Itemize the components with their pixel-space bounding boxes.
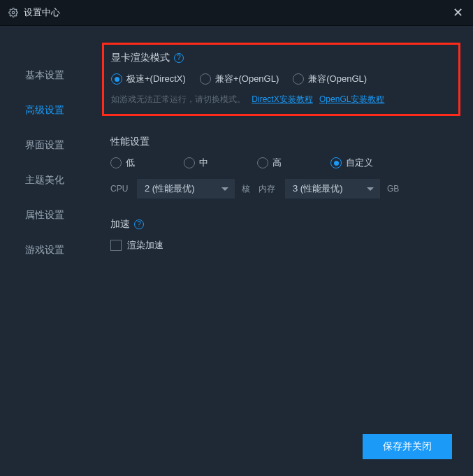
radio-circle-icon (293, 73, 304, 85)
radio-perf-low[interactable]: 低 (110, 157, 184, 169)
chevron-down-icon (221, 187, 228, 191)
sidebar-item-property[interactable]: 属性设置 (0, 198, 98, 233)
sidebar-item-theme[interactable]: 主题美化 (0, 163, 98, 198)
radio-label: 中 (199, 157, 208, 169)
radio-perf-mid[interactable]: 中 (184, 157, 257, 169)
sidebar: 基本设置 高级设置 界面设置 主题美化 属性设置 游戏设置 (0, 26, 98, 476)
chevron-down-icon (367, 187, 374, 191)
radio-label: 高 (272, 157, 282, 169)
render-mode-hint: 如游戏无法正常运行，请切换模式。 (111, 94, 245, 104)
mem-value: 3 (性能最优) (293, 182, 343, 195)
accel-section: 加速 ? 渲染加速 (110, 218, 452, 252)
radio-circle-icon (110, 157, 122, 168)
svg-point-0 (12, 11, 15, 14)
close-button[interactable]: ✕ (451, 5, 465, 20)
sidebar-item-label: 基本设置 (25, 69, 64, 82)
render-mode-title: 显卡渲染模式 (111, 52, 170, 64)
cpu-select[interactable]: 2 (性能最优) (137, 179, 235, 199)
radio-circle-icon (330, 157, 342, 168)
sidebar-item-label: 游戏设置 (25, 244, 64, 257)
radio-circle-icon (111, 73, 122, 85)
mem-select[interactable]: 3 (性能最优) (285, 179, 380, 199)
gear-icon (8, 8, 18, 17)
sidebar-item-basic[interactable]: 基本设置 (0, 58, 98, 93)
radio-circle-icon (184, 157, 195, 168)
radio-label: 自定义 (346, 157, 373, 169)
content-panel: 显卡渲染模式 ? 极速+(DirectX) 兼容+(OpenGL) 兼容(Ope… (98, 26, 473, 476)
help-icon[interactable]: ? (134, 219, 144, 229)
cores-label: 核 (242, 183, 252, 195)
radio-opengl-plus[interactable]: 兼容+(OpenGL) (200, 73, 279, 85)
window-title: 设置中心 (24, 6, 60, 19)
cpu-label: CPU (110, 184, 130, 194)
gb-label: GB (387, 184, 400, 194)
sidebar-item-label: 界面设置 (25, 139, 64, 152)
performance-section: 性能设置 低 中 高 自定义 (110, 136, 452, 199)
sidebar-item-game[interactable]: 游戏设置 (0, 233, 98, 268)
radio-circle-icon (200, 73, 211, 85)
radio-perf-custom[interactable]: 自定义 (330, 157, 404, 169)
sidebar-item-advanced[interactable]: 高级设置 (0, 93, 98, 128)
sidebar-item-label: 高级设置 (25, 104, 64, 117)
help-icon[interactable]: ? (174, 53, 184, 63)
render-accel-label: 渲染加速 (127, 239, 163, 252)
accel-title: 加速 (110, 218, 130, 231)
radio-label: 低 (126, 157, 135, 169)
sidebar-item-label: 主题美化 (25, 174, 64, 187)
performance-title: 性能设置 (110, 136, 150, 148)
mem-label: 内存 (259, 183, 278, 195)
save-close-button[interactable]: 保存并关闭 (363, 434, 452, 459)
titlebar: 设置中心 ✕ (0, 0, 473, 25)
radio-label: 兼容(OpenGL) (308, 73, 367, 85)
radio-opengl[interactable]: 兼容(OpenGL) (293, 73, 367, 85)
sidebar-item-interface[interactable]: 界面设置 (0, 128, 98, 163)
radio-perf-high[interactable]: 高 (257, 157, 330, 169)
render-mode-section: 显卡渲染模式 ? 极速+(DirectX) 兼容+(OpenGL) 兼容(Ope… (102, 43, 460, 116)
radio-label: 兼容+(OpenGL) (215, 73, 279, 85)
radio-directx[interactable]: 极速+(DirectX) (111, 73, 186, 85)
radio-circle-icon (257, 157, 268, 168)
link-directx-tutorial[interactable]: DirectX安装教程 (252, 94, 312, 104)
sidebar-item-label: 属性设置 (25, 209, 64, 222)
cpu-value: 2 (性能最优) (145, 182, 195, 195)
link-opengl-tutorial[interactable]: OpenGL安装教程 (319, 94, 384, 104)
radio-label: 极速+(DirectX) (126, 73, 186, 85)
render-accel-checkbox[interactable] (110, 240, 122, 251)
